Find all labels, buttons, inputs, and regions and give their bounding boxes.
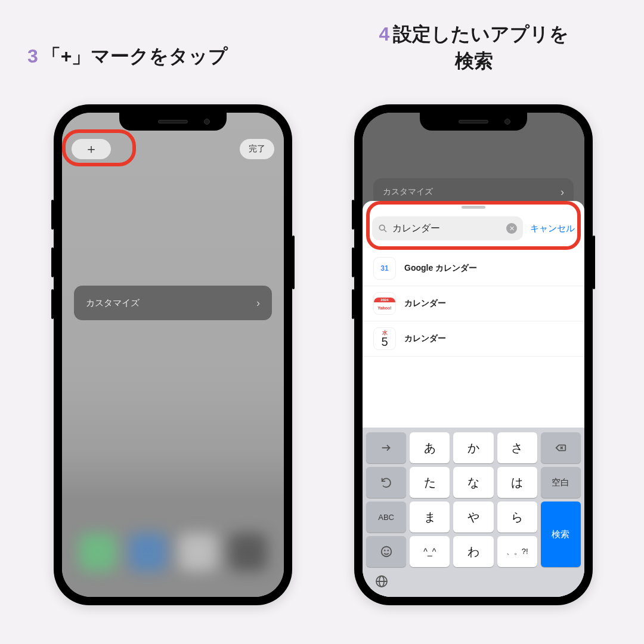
- phone-screen: ＋ 完了 カスタマイズ ›: [62, 113, 284, 597]
- globe-icon[interactable]: [374, 574, 389, 591]
- key-wa[interactable]: わ: [453, 536, 493, 567]
- svg-line-1: [384, 230, 386, 232]
- phone-screen: カスタマイズ › カレンダー ✕ キャンセル 31 Google カレンダー: [363, 113, 584, 597]
- key-ha[interactable]: は: [497, 467, 537, 498]
- background-customize-label: カスタマイズ: [383, 187, 433, 197]
- key-search[interactable]: 検索: [541, 501, 581, 567]
- phone-notch: [420, 113, 527, 131]
- svg-point-0: [379, 225, 385, 230]
- cancel-button[interactable]: キャンセル: [530, 223, 575, 234]
- key-abc[interactable]: ABC: [366, 501, 406, 532]
- key-arrow[interactable]: [366, 432, 406, 463]
- done-button[interactable]: 完了: [240, 139, 274, 159]
- search-bar: カレンダー ✕ キャンセル: [372, 216, 575, 240]
- svg-point-6: [384, 550, 385, 551]
- key-ta[interactable]: た: [410, 467, 450, 498]
- step-3-number: 3: [27, 45, 38, 67]
- key-a[interactable]: あ: [410, 432, 450, 463]
- result-label: カレンダー: [404, 298, 446, 309]
- customize-label: カスタマイズ: [86, 298, 140, 309]
- blurred-dock: [62, 513, 284, 591]
- key-na[interactable]: な: [453, 467, 493, 498]
- phone-mockup-step4: カスタマイズ › カレンダー ✕ キャンセル 31 Google カレンダー: [354, 104, 593, 605]
- google-calendar-icon: 31: [373, 257, 396, 280]
- add-widget-button[interactable]: ＋: [72, 139, 111, 159]
- result-yahoo-calendar[interactable]: 2024 Yahoo! カレンダー: [363, 286, 584, 321]
- japanese-kana-keyboard: あ か さ た な は 空白 ABC ま や ら: [363, 428, 584, 597]
- key-ya[interactable]: や: [453, 501, 493, 532]
- sheet-grabber[interactable]: [462, 206, 485, 209]
- step-3-text: 「+」マークをタップ: [42, 45, 228, 67]
- key-ra[interactable]: ら: [497, 501, 537, 532]
- search-input-value: カレンダー: [392, 222, 501, 235]
- phone-mockup-step3: ＋ 完了 カスタマイズ ›: [54, 104, 292, 605]
- step-4-text: 設定したいアプリを 検索: [393, 23, 569, 72]
- key-emoji[interactable]: [366, 536, 406, 567]
- result-google-calendar[interactable]: 31 Google カレンダー: [363, 251, 584, 286]
- search-sheet: カレンダー ✕ キャンセル 31 Google カレンダー 2024 Yahoo…: [363, 201, 584, 597]
- apple-calendar-icon: 水 5: [373, 327, 396, 350]
- chevron-right-icon: ›: [256, 297, 260, 309]
- key-backspace[interactable]: [541, 432, 581, 463]
- step-3-caption: 3「+」マークをタップ: [27, 43, 228, 70]
- result-label: カレンダー: [404, 333, 446, 344]
- key-kaomoji[interactable]: ^_^: [410, 536, 450, 567]
- svg-point-5: [381, 547, 391, 557]
- key-sa[interactable]: さ: [497, 432, 537, 463]
- phone-notch: [119, 113, 227, 131]
- yahoo-calendar-icon: 2024 Yahoo!: [373, 292, 396, 315]
- step-4-number: 4: [379, 23, 390, 45]
- search-field[interactable]: カレンダー ✕: [372, 216, 523, 240]
- result-label: Google カレンダー: [404, 263, 477, 274]
- step-4-caption: 4設定したいアプリを 検索: [319, 21, 629, 75]
- svg-point-7: [388, 550, 388, 551]
- customize-row[interactable]: カスタマイズ ›: [74, 286, 272, 320]
- key-punct[interactable]: 、。?!: [497, 536, 537, 567]
- key-ka[interactable]: か: [453, 432, 493, 463]
- result-apple-calendar[interactable]: 水 5 カレンダー: [363, 321, 584, 357]
- search-results: 31 Google カレンダー 2024 Yahoo! カレンダー 水 5 カレ…: [363, 251, 584, 357]
- chevron-right-icon: ›: [561, 186, 564, 199]
- clear-search-icon[interactable]: ✕: [506, 223, 517, 234]
- key-ma[interactable]: ま: [410, 501, 450, 532]
- key-space[interactable]: 空白: [541, 467, 581, 498]
- keyboard-bottom-bar: [366, 567, 581, 595]
- search-icon: [378, 224, 388, 233]
- jiggle-topbar: ＋ 完了: [72, 139, 274, 159]
- key-undo[interactable]: [366, 467, 406, 498]
